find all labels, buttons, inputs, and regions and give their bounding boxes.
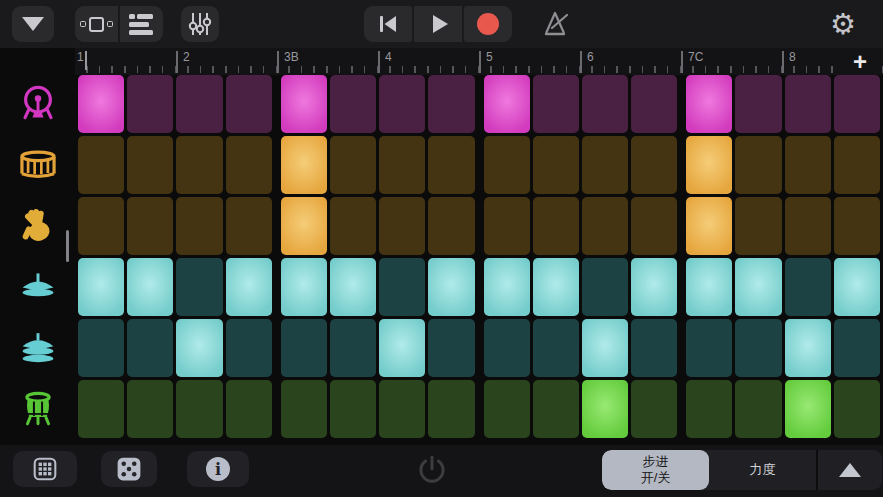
step-cell-hihat-closed-1[interactable] xyxy=(78,258,124,316)
step-cell-clap-15[interactable] xyxy=(785,197,831,255)
step-cell-kick-14[interactable] xyxy=(735,75,781,133)
step-cell-conga-13[interactable] xyxy=(686,380,732,438)
step-cell-snare-11[interactable] xyxy=(582,136,628,194)
step-cell-kick-7[interactable] xyxy=(379,75,425,133)
instrument-snare[interactable] xyxy=(0,136,75,194)
step-cell-snare-13[interactable] xyxy=(686,136,732,194)
step-cell-clap-6[interactable] xyxy=(330,197,376,255)
step-cell-hihat-open-15[interactable] xyxy=(785,319,831,377)
record-button[interactable] xyxy=(464,6,512,42)
step-cell-kick-2[interactable] xyxy=(127,75,173,133)
timeline-ruler[interactable]: 123B4567C8 + xyxy=(75,48,883,75)
step-cell-hihat-closed-5[interactable] xyxy=(281,258,327,316)
step-cell-conga-4[interactable] xyxy=(226,380,272,438)
step-cell-hihat-closed-6[interactable] xyxy=(330,258,376,316)
step-cell-hihat-closed-10[interactable] xyxy=(533,258,579,316)
step-cell-hihat-open-4[interactable] xyxy=(226,319,272,377)
track-controls-button[interactable] xyxy=(181,6,219,42)
step-cell-hihat-open-6[interactable] xyxy=(330,319,376,377)
step-cell-conga-9[interactable] xyxy=(484,380,530,438)
step-cell-kick-4[interactable] xyxy=(226,75,272,133)
step-cell-hihat-open-14[interactable] xyxy=(735,319,781,377)
step-cell-hihat-open-2[interactable] xyxy=(127,319,173,377)
step-cell-snare-2[interactable] xyxy=(127,136,173,194)
settings-button[interactable]: ⚙ xyxy=(825,8,861,40)
instrument-conga[interactable] xyxy=(0,380,75,438)
step-cell-snare-3[interactable] xyxy=(176,136,222,194)
step-cell-conga-6[interactable] xyxy=(330,380,376,438)
step-cell-kick-1[interactable] xyxy=(78,75,124,133)
step-cell-hihat-open-3[interactable] xyxy=(176,319,222,377)
keypad-button[interactable] xyxy=(13,451,77,487)
step-cell-clap-9[interactable] xyxy=(484,197,530,255)
step-cell-clap-12[interactable] xyxy=(631,197,677,255)
instrument-hihat-open[interactable] xyxy=(0,319,75,377)
add-bars-button[interactable]: + xyxy=(843,48,877,75)
step-cell-kick-5[interactable] xyxy=(281,75,327,133)
step-cell-snare-15[interactable] xyxy=(785,136,831,194)
step-cell-kick-8[interactable] xyxy=(428,75,474,133)
step-cell-clap-8[interactable] xyxy=(428,197,474,255)
segment-step-on-off[interactable]: 步进开/关 xyxy=(602,450,709,490)
metronome-button[interactable] xyxy=(540,8,576,40)
step-cell-hihat-open-10[interactable] xyxy=(533,319,579,377)
step-cell-snare-6[interactable] xyxy=(330,136,376,194)
step-cell-hihat-open-9[interactable] xyxy=(484,319,530,377)
step-cell-snare-1[interactable] xyxy=(78,136,124,194)
instrument-kick[interactable] xyxy=(0,75,75,133)
step-cell-snare-16[interactable] xyxy=(834,136,880,194)
randomize-button[interactable] xyxy=(101,451,157,487)
step-cell-snare-14[interactable] xyxy=(735,136,781,194)
step-cell-conga-5[interactable] xyxy=(281,380,327,438)
song-sections-button[interactable] xyxy=(12,6,54,42)
step-cell-hihat-closed-3[interactable] xyxy=(176,258,222,316)
step-cell-snare-5[interactable] xyxy=(281,136,327,194)
step-cell-hihat-open-16[interactable] xyxy=(834,319,880,377)
step-cell-snare-12[interactable] xyxy=(631,136,677,194)
step-cell-conga-16[interactable] xyxy=(834,380,880,438)
step-cell-snare-4[interactable] xyxy=(226,136,272,194)
step-cell-snare-7[interactable] xyxy=(379,136,425,194)
step-cell-hihat-closed-7[interactable] xyxy=(379,258,425,316)
step-cell-hihat-open-5[interactable] xyxy=(281,319,327,377)
step-cell-hihat-closed-12[interactable] xyxy=(631,258,677,316)
step-cell-conga-10[interactable] xyxy=(533,380,579,438)
step-cell-conga-2[interactable] xyxy=(127,380,173,438)
step-cell-hihat-closed-13[interactable] xyxy=(686,258,732,316)
step-cell-hihat-closed-2[interactable] xyxy=(127,258,173,316)
step-cell-hihat-closed-14[interactable] xyxy=(735,258,781,316)
step-cell-hihat-closed-16[interactable] xyxy=(834,258,880,316)
step-cell-hihat-closed-11[interactable] xyxy=(582,258,628,316)
step-cell-conga-15[interactable] xyxy=(785,380,831,438)
step-cell-conga-12[interactable] xyxy=(631,380,677,438)
step-cell-clap-5[interactable] xyxy=(281,197,327,255)
step-cell-clap-13[interactable] xyxy=(686,197,732,255)
step-cell-conga-3[interactable] xyxy=(176,380,222,438)
step-cell-clap-7[interactable] xyxy=(379,197,425,255)
step-cell-kick-13[interactable] xyxy=(686,75,732,133)
step-cell-clap-3[interactable] xyxy=(176,197,222,255)
step-cell-clap-16[interactable] xyxy=(834,197,880,255)
step-cell-clap-1[interactable] xyxy=(78,197,124,255)
step-cell-conga-7[interactable] xyxy=(379,380,425,438)
instrument-hihat-closed[interactable] xyxy=(0,258,75,316)
step-cell-hihat-open-12[interactable] xyxy=(631,319,677,377)
segment-velocity[interactable]: 力度 xyxy=(709,450,816,490)
info-button[interactable]: i xyxy=(187,451,249,487)
step-cell-hihat-open-11[interactable] xyxy=(582,319,628,377)
step-cell-hihat-open-13[interactable] xyxy=(686,319,732,377)
step-cell-conga-11[interactable] xyxy=(582,380,628,438)
step-cell-hihat-open-1[interactable] xyxy=(78,319,124,377)
step-cell-conga-8[interactable] xyxy=(428,380,474,438)
step-cell-hihat-closed-8[interactable] xyxy=(428,258,474,316)
step-cell-kick-6[interactable] xyxy=(330,75,376,133)
collapse-button[interactable] xyxy=(818,450,882,490)
step-cell-clap-14[interactable] xyxy=(735,197,781,255)
rewind-button[interactable] xyxy=(364,6,412,42)
step-cell-kick-11[interactable] xyxy=(582,75,628,133)
tracks-view-button[interactable] xyxy=(120,6,163,42)
step-cell-snare-8[interactable] xyxy=(428,136,474,194)
step-cell-conga-1[interactable] xyxy=(78,380,124,438)
play-button[interactable] xyxy=(414,6,462,42)
step-cell-hihat-closed-15[interactable] xyxy=(785,258,831,316)
